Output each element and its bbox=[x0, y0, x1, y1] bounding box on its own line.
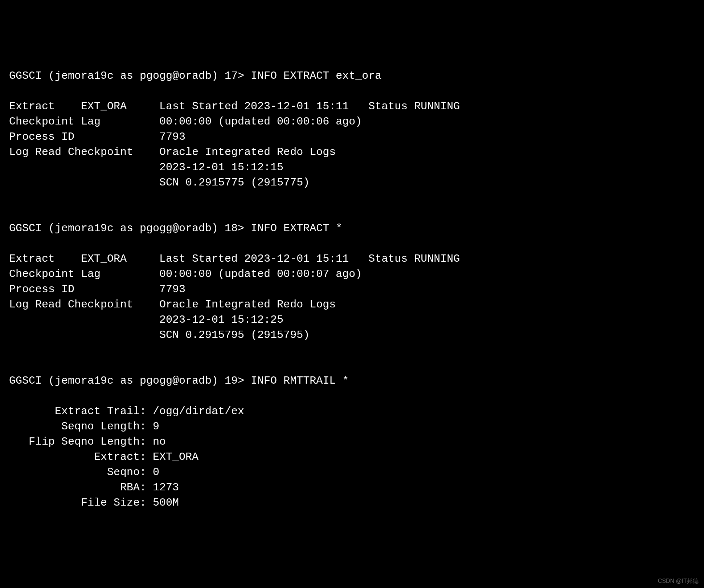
output-line-extract-status: Extract EXT_ORA Last Started 2023-12-01 … bbox=[9, 253, 460, 265]
output-line-timestamp: 2023-12-01 15:12:25 bbox=[9, 314, 283, 326]
terminal-prompt: GGSCI (jemora19c as pgogg@oradb) 19> bbox=[9, 375, 251, 387]
output-line-process-id: Process ID 7793 bbox=[9, 131, 185, 143]
output-line-checkpoint-lag: Checkpoint Lag 00:00:00 (updated 00:00:0… bbox=[9, 115, 362, 128]
terminal-command[interactable]: INFO RMTTRAIL * bbox=[251, 375, 349, 387]
output-line-file-size: File Size: 500M bbox=[9, 497, 179, 509]
output-line-seqno-length: Seqno Length: 9 bbox=[9, 420, 159, 433]
output-line-log-read-checkpoint: Log Read Checkpoint Oracle Integrated Re… bbox=[9, 146, 336, 158]
output-line-scn: SCN 0.2915775 (2915775) bbox=[9, 176, 310, 189]
terminal-prompt: GGSCI (jemora19c as pgogg@oradb) 17> bbox=[9, 70, 251, 82]
output-line-timestamp: 2023-12-01 15:12:15 bbox=[9, 161, 283, 173]
output-line-extract-trail: Extract Trail: /ogg/dirdat/ex bbox=[9, 405, 244, 417]
watermark-text: CSDN @IT邦德 bbox=[658, 577, 699, 585]
output-line-flip-seqno-length: Flip Seqno Length: no bbox=[9, 436, 166, 448]
output-line-extract: Extract: EXT_ORA bbox=[9, 451, 198, 463]
output-line-rba: RBA: 1273 bbox=[9, 481, 179, 494]
terminal-prompt: GGSCI (jemora19c as pgogg@oradb) 18> bbox=[9, 222, 251, 234]
output-line-scn: SCN 0.2915795 (2915795) bbox=[9, 329, 310, 341]
terminal-command[interactable]: INFO EXTRACT ext_ora bbox=[251, 70, 381, 82]
output-line-process-id: Process ID 7793 bbox=[9, 283, 185, 295]
output-line-log-read-checkpoint: Log Read Checkpoint Oracle Integrated Re… bbox=[9, 298, 336, 311]
output-line-extract-status: Extract EXT_ORA Last Started 2023-12-01 … bbox=[9, 100, 460, 113]
terminal-command[interactable]: INFO EXTRACT * bbox=[251, 222, 342, 234]
output-line-checkpoint-lag: Checkpoint Lag 00:00:00 (updated 00:00:0… bbox=[9, 268, 362, 280]
output-line-seqno: Seqno: 0 bbox=[9, 466, 159, 478]
